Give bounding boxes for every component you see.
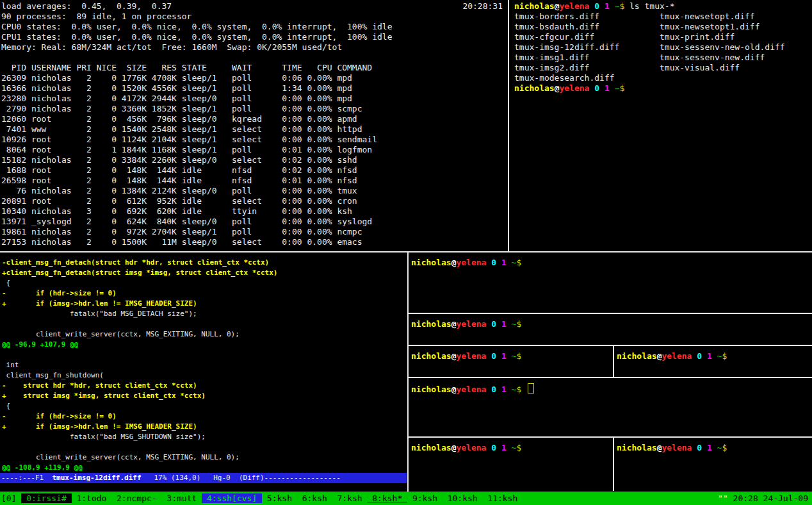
diff-line: int xyxy=(0,360,407,370)
status-window-0[interactable]: 0:irssi# xyxy=(21,493,71,503)
pane-shell-active[interactable]: nicholas@yelena 0 1 ~$ xyxy=(409,378,812,441)
status-session-name: [0] xyxy=(1,493,21,503)
pane-border-v-row1 xyxy=(613,346,614,377)
pane-border-h3 xyxy=(409,377,812,378)
text-segment: 1 xyxy=(605,1,610,11)
shell-prompt: nicholas@yelena 0 1 ~$ xyxy=(617,443,727,452)
top-clock: 20:28:31 xyxy=(462,1,503,12)
pane-border-v-row2 xyxy=(613,438,614,491)
shell-prompt-line: nicholas@yelena 0 1 ~$ xyxy=(411,383,812,393)
pane-shell-3[interactable]: nicholas@yelena 0 1 ~$ xyxy=(409,346,615,381)
text-segment: "" xyxy=(718,493,733,503)
diff-line: client_write_server(cctx, MSG_EXITING, N… xyxy=(0,452,407,463)
shell-prompt-line: nicholas@yelena 0 1 ~$ xyxy=(617,443,812,453)
pane-shell-4[interactable]: nicholas@yelena 0 1 ~$ xyxy=(614,346,812,381)
text-segment: 0 xyxy=(491,351,496,361)
text-segment xyxy=(507,443,512,452)
text-segment: 1 xyxy=(707,351,712,361)
text-segment: nicholas xyxy=(514,1,555,11)
status-right: "" 20:28 24-Jul-09 xyxy=(718,492,808,505)
top-output-text: load averages: 0.45, 0.39, 0.37 90 proce… xyxy=(1,1,509,247)
text-segment xyxy=(507,385,512,394)
text-segment: tmux-imsg-12diff.diff xyxy=(52,474,141,482)
text-segment: $ xyxy=(619,83,624,93)
text-segment: yelena xyxy=(456,319,486,329)
text-segment: $ xyxy=(516,319,521,329)
shell-prompt: nicholas@yelena 0 1 ~$ xyxy=(514,83,624,93)
shell-prompt-line: nicholas@yelena 0 1 ~$ xyxy=(617,351,812,361)
status-window-9[interactable]: 9:ksh xyxy=(407,493,443,503)
diff-buffer: -client_msg_fn_detach(struct hdr *hdr, s… xyxy=(0,258,407,473)
text-segment xyxy=(712,351,717,361)
text-segment xyxy=(599,83,605,93)
text-segment xyxy=(507,319,512,329)
text-segment: 1 xyxy=(501,351,507,361)
text-segment xyxy=(702,351,707,361)
text-segment: 1 xyxy=(605,83,610,93)
pane-top-monitor[interactable]: load averages: 0.45, 0.39, 0.37 90 proce… xyxy=(0,0,509,252)
status-window-2[interactable]: 2:ncmpc- xyxy=(111,493,161,503)
diff-line: - if (hdr->size != 0) xyxy=(0,411,407,422)
text-segment: $ xyxy=(619,1,624,11)
status-window-10[interactable]: 10:ksh xyxy=(443,493,483,503)
text-segment xyxy=(496,385,501,394)
text-segment: ----:---F1 xyxy=(1,474,52,482)
text-segment: yelena xyxy=(456,443,486,452)
status-window-11[interactable]: 11:ksh xyxy=(482,493,523,503)
status-window-6[interactable]: 6:ksh xyxy=(297,493,332,503)
text-segment: yelena xyxy=(456,351,486,361)
pane-border-h1 xyxy=(409,313,812,314)
diff-line: fatalx("bad MSG_SHUTDOWN size"); xyxy=(0,432,407,442)
shell-prompt: nicholas@yelena 0 1 ~$ xyxy=(411,443,521,452)
text-segment: 1 xyxy=(501,443,507,452)
status-window-5[interactable]: 5:ksh xyxy=(262,493,297,503)
status-window-list: [0] 0:irssi# 1:todo 2:ncmpc- 3:mutt 4:ss… xyxy=(1,492,523,505)
status-window-8[interactable]: 8:ksh* xyxy=(367,493,407,503)
pane-shell-5[interactable]: nicholas@yelena 0 1 ~$ xyxy=(409,438,615,496)
shell-prompt: nicholas@yelena 0 1 ~$ xyxy=(411,351,521,361)
shell-prompt-line: nicholas@yelena 0 1 ~$ls tmux-* xyxy=(514,1,812,12)
text-cursor xyxy=(528,383,534,393)
pane-border-vertical-bottom xyxy=(407,252,409,492)
text-segment: $ xyxy=(722,351,727,361)
pane-border-h2 xyxy=(409,345,812,346)
text-segment: 0 xyxy=(697,351,702,361)
diff-line: - struct hdr *hdr, struct client_ctx *cc… xyxy=(0,381,407,391)
text-segment: $ xyxy=(516,385,521,394)
status-window-7[interactable]: 7:ksh xyxy=(332,493,368,503)
pane-shell-2[interactable]: nicholas@yelena 0 1 ~$ xyxy=(409,314,812,349)
pane-shell-6[interactable]: nicholas@yelena 0 1 ~$ xyxy=(614,438,812,496)
diff-line: client_msg_fn_shutdown( xyxy=(0,370,407,381)
tmux-status-bar: [0] 0:irssi# 1:todo 2:ncmpc- 3:mutt 4:ss… xyxy=(0,492,812,505)
shell-prompt-line: nicholas@yelena 0 1 ~$ xyxy=(514,83,812,94)
shell-prompt: nicholas@yelena 0 1 ~$ xyxy=(411,319,521,329)
text-segment: 0 xyxy=(491,258,496,267)
text-segment: nicholas xyxy=(411,443,451,452)
diff-line: fatalx("bad MSG_DETACH size"); xyxy=(0,309,407,319)
shell-prompt: nicholas@yelena 0 1 ~$ xyxy=(617,351,727,361)
text-segment: 1 xyxy=(707,443,712,452)
text-segment: 1 xyxy=(501,385,507,394)
tmux-screen: load averages: 0.45, 0.39, 0.37 90 proce… xyxy=(0,0,812,505)
status-window-3[interactable]: 3:mutt xyxy=(162,493,202,503)
text-segment: nicholas xyxy=(514,83,555,93)
text-segment xyxy=(599,1,605,11)
pane-shell-ls[interactable]: nicholas@yelena 0 1 ~$ls tmux-* tmux-bor… xyxy=(510,0,812,252)
diff-line: + struct imsg *imsg, struct client_ctx *… xyxy=(0,391,407,401)
pane-border-horizontal-main xyxy=(0,251,812,252)
shell-prompt-line: nicholas@yelena 0 1 ~$ xyxy=(411,351,615,361)
text-segment: $ xyxy=(516,351,521,361)
text-segment xyxy=(610,83,615,93)
text-segment: yelena xyxy=(662,351,692,361)
text-segment: nicholas xyxy=(411,258,451,267)
shell-prompt: nicholas@yelena 0 1 ~$ xyxy=(411,385,521,394)
pane-emacs-diff[interactable]: -client_msg_fn_detach(struct hdr *hdr, s… xyxy=(0,252,407,497)
pane-shell-1[interactable]: nicholas@yelena 0 1 ~$ xyxy=(409,252,812,317)
text-segment: nicholas xyxy=(411,351,451,361)
text-segment: yelena xyxy=(456,385,486,394)
diff-line: { xyxy=(0,278,407,288)
text-segment: $ xyxy=(516,443,521,452)
status-window-4[interactable]: 4:ssh[cvs] xyxy=(202,493,262,503)
text-segment: nicholas xyxy=(617,351,657,361)
status-window-1[interactable]: 1:todo xyxy=(72,493,112,503)
